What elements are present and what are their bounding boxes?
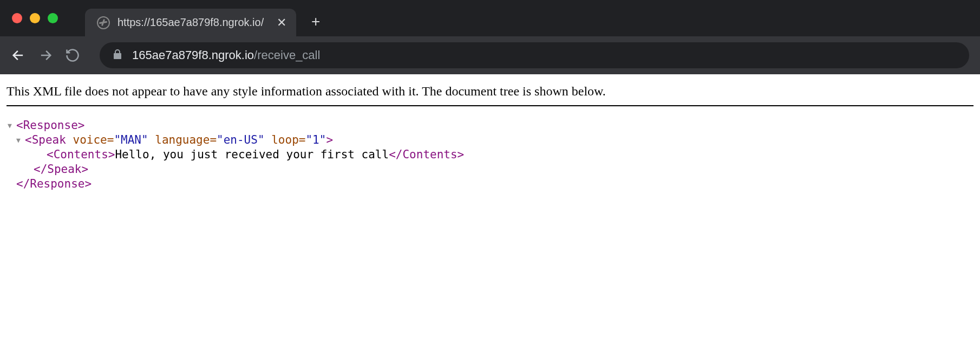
disclosure-triangle-icon[interactable]: ▼ xyxy=(8,121,15,131)
window-controls xyxy=(12,13,58,23)
toolbar: 165ae7a879f8.ngrok.io/receive_call xyxy=(0,36,980,74)
close-window-button[interactable] xyxy=(12,13,22,23)
back-button[interactable] xyxy=(11,48,26,63)
tab-bar: https://165ae7a879f8.ngrok.io/ ✕ + xyxy=(0,0,980,36)
xml-response-open: ▼<Response> xyxy=(8,118,974,133)
close-tab-icon[interactable]: ✕ xyxy=(277,17,286,29)
reload-button[interactable] xyxy=(65,48,80,63)
url-display: 165ae7a879f8.ngrok.io/receive_call xyxy=(132,48,320,62)
url-path: /receive_call xyxy=(254,48,320,62)
xml-speak-open: ▼<Speak voice="MAN" language="en-US" loo… xyxy=(8,133,974,147)
xml-style-notice: This XML file does not appear to have an… xyxy=(6,84,974,106)
tab-title: https://165ae7a879f8.ngrok.io/ xyxy=(117,16,264,29)
xml-tree: ▼<Response> ▼<Speak voice="MAN" language… xyxy=(6,118,974,191)
new-tab-button[interactable]: + xyxy=(311,13,320,30)
xml-speak-close: </Speak> xyxy=(8,162,974,177)
address-bar[interactable]: 165ae7a879f8.ngrok.io/receive_call xyxy=(100,42,969,68)
lock-icon xyxy=(113,49,122,62)
globe-icon xyxy=(97,16,110,29)
minimize-window-button[interactable] xyxy=(30,13,40,23)
browser-tab[interactable]: https://165ae7a879f8.ngrok.io/ ✕ xyxy=(85,9,296,37)
page-content: This XML file does not appear to have an… xyxy=(0,74,980,201)
forward-button[interactable] xyxy=(38,48,53,63)
browser-chrome: https://165ae7a879f8.ngrok.io/ ✕ + 165ae… xyxy=(0,0,980,74)
url-domain: 165ae7a879f8.ngrok.io xyxy=(132,48,254,62)
xml-contents-line: <Contents>Hello, you just received your … xyxy=(8,147,974,162)
maximize-window-button[interactable] xyxy=(48,13,58,23)
xml-response-close: </Response> xyxy=(8,177,974,191)
disclosure-triangle-icon[interactable]: ▼ xyxy=(16,136,24,145)
